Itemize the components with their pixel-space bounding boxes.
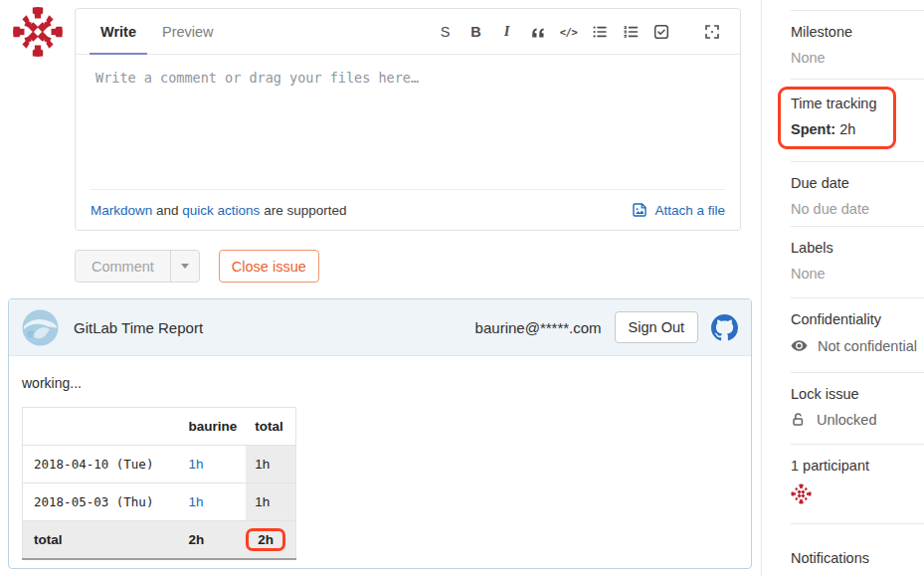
due-date-title: Due date (791, 175, 924, 191)
close-issue-button[interactable]: Close issue (219, 250, 319, 283)
sidebar-notifications[interactable]: Notifications (791, 523, 924, 566)
milestone-value: None (791, 50, 924, 66)
sidebar-milestone[interactable]: Milestone None (791, 10, 924, 79)
sidebar-participants: 1 participant (791, 444, 924, 523)
sidebar-lock-issue[interactable]: Lock issue Unlocked (791, 372, 924, 444)
milestone-title: Milestone (791, 24, 924, 40)
task-list-icon[interactable] (648, 19, 673, 44)
editor-toolbar: S B I </> (433, 9, 724, 54)
time-tracking-title: Time tracking (791, 96, 924, 111)
user-hours-cell: 1h (180, 483, 247, 521)
attach-file-icon (632, 202, 647, 218)
user-avatar[interactable] (12, 6, 64, 58)
labels-value: None (791, 266, 924, 282)
header-total-cell: total (246, 408, 295, 446)
time-report-body: working... baurine total 2018-04-10 (Tue… (9, 356, 751, 573)
time-report-table: baurine total 2018-04-10 (Tue) 1h 1h 201… (22, 407, 296, 560)
sidebar-due-date[interactable]: Due date No due date (791, 161, 924, 226)
sign-out-button[interactable]: Sign Out (615, 311, 698, 343)
header-empty-cell (23, 408, 180, 446)
comment-button-group: Comment (75, 250, 200, 283)
total-label-cell: total (23, 521, 180, 559)
report-user-email: baurine@*****.com (475, 319, 602, 336)
due-date-value: No due date (791, 201, 924, 217)
fullscreen-icon[interactable] (699, 19, 724, 44)
user-total-cell: 2h (180, 521, 247, 559)
issue-sidebar: Milestone None Time tracking Spent: 2h D… (761, 0, 924, 576)
hours-link[interactable]: 1h (189, 457, 204, 472)
sidebar-time-tracking[interactable]: Time tracking Spent: 2h (791, 79, 924, 161)
attach-file-button[interactable]: Attach a file (632, 202, 725, 218)
strikethrough-icon[interactable]: S (433, 19, 458, 44)
time-report-panel: GitLab Time Report baurine@*****.com Sig… (8, 298, 752, 569)
date-cell: 2018-05-03 (Thu) (23, 483, 180, 521)
participants-title: 1 participant (791, 458, 924, 474)
report-title: GitLab Time Report (74, 319, 203, 336)
lock-issue-value: Unlocked (817, 412, 876, 428)
comment-editor: Write Preview S B I </> (75, 8, 741, 231)
header-user-cell: baurine (180, 408, 247, 446)
sidebar-labels[interactable]: Labels None (791, 226, 924, 297)
participant-avatar[interactable] (791, 483, 812, 504)
spent-value: 2h (835, 121, 855, 137)
tab-preview[interactable]: Preview (149, 9, 227, 54)
time-report-header: GitLab Time Report baurine@*****.com Sig… (9, 299, 751, 356)
editor-header: Write Preview S B I </> (76, 9, 740, 55)
time-tracking-value: Spent: 2h (791, 121, 924, 137)
annotation-box-total-cell: 2h (246, 528, 285, 551)
code-icon[interactable]: </> (556, 19, 581, 44)
total-hours-cell: 1h (246, 446, 295, 483)
report-status-text: working... (22, 375, 740, 391)
total-hours-cell: 1h (246, 483, 295, 521)
editor-footer: Markdown and quick actions are supported… (91, 189, 725, 230)
quote-icon[interactable] (525, 19, 550, 44)
labels-title: Labels (791, 240, 924, 256)
notifications-title: Notifications (791, 550, 924, 566)
chevron-down-icon (181, 264, 189, 269)
date-cell: 2018-04-10 (Tue) (23, 446, 180, 483)
confidentiality-title: Confidentiality (791, 311, 924, 327)
quick-actions-link[interactable]: quick actions (182, 203, 260, 218)
table-total-row: total 2h 2h (23, 521, 296, 559)
confidentiality-value: Not confidential (818, 338, 917, 354)
eye-icon (791, 337, 808, 354)
attach-file-label: Attach a file (654, 203, 725, 218)
comment-textarea[interactable]: Write a comment or drag your files here… (76, 55, 740, 100)
table-row: 2018-04-10 (Tue) 1h 1h (23, 446, 296, 483)
comment-button[interactable]: Comment (76, 251, 170, 282)
grand-total-cell: 2h (246, 521, 295, 559)
numbered-list-icon[interactable] (618, 19, 643, 44)
italic-icon[interactable]: I (494, 19, 519, 44)
table-row: 2018-05-03 (Thu) 1h 1h (23, 483, 296, 521)
spent-label: Spent: (791, 121, 835, 137)
bullet-list-icon[interactable] (587, 19, 612, 44)
unlock-icon (791, 412, 807, 428)
action-buttons-row: Comment Close issue (75, 250, 319, 283)
github-icon[interactable] (711, 314, 738, 341)
footer-text-supported: are supported (260, 203, 346, 218)
bold-icon[interactable]: B (463, 19, 488, 44)
markdown-link[interactable]: Markdown (91, 203, 152, 218)
lock-issue-title: Lock issue (791, 386, 924, 402)
sidebar-confidentiality[interactable]: Confidentiality Not confidential (791, 297, 924, 372)
report-app-avatar (22, 309, 59, 346)
table-header-row: baurine total (23, 408, 296, 446)
user-hours-cell: 1h (180, 446, 247, 483)
hours-link[interactable]: 1h (189, 494, 204, 509)
comment-dropdown-button[interactable] (170, 251, 199, 282)
footer-text-and: and (152, 203, 182, 218)
tab-write[interactable]: Write (88, 9, 149, 54)
